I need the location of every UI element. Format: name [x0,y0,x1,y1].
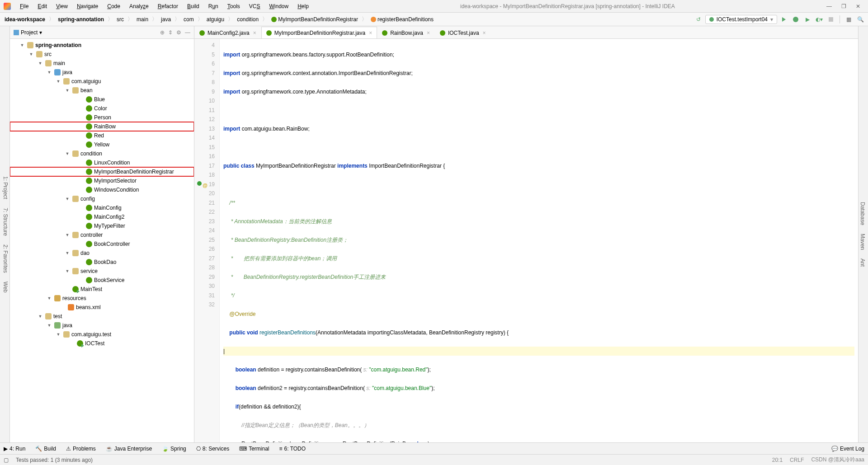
tree-condition[interactable]: condition [10,149,194,158]
stop-button[interactable] [826,14,836,24]
tree-class-mytypefilter[interactable]: MyTypeFilter [10,221,194,230]
tree-dao[interactable]: dao [10,249,194,258]
tree-class-bookdao[interactable]: BookDao [10,258,194,267]
menu-file[interactable]: File [16,2,32,11]
tree-main[interactable]: main [10,59,194,68]
close-icon[interactable]: × [427,30,430,36]
tool-structure[interactable]: 7: Structure [2,208,9,236]
tab-myimportregistrar[interactable]: MyImportBeanDefinitionRegistrar.java× [261,27,377,38]
crumb-atguigu[interactable]: atguigu [205,15,226,23]
run-config-selector[interactable]: IOCTest.testImport04 ▾ [705,15,777,24]
tree-pkg[interactable]: com.atguigu [10,77,194,86]
search-button[interactable]: 🔍 [855,14,865,24]
crumb-com[interactable]: com [182,15,196,23]
menu-build[interactable]: Build [184,2,203,11]
tree-bean[interactable]: bean [10,86,194,95]
tool-web[interactable]: Web [2,282,9,292]
tool-favorites[interactable]: 2: Favorites [2,244,9,273]
tree-class-color[interactable]: Color [10,104,194,113]
settings-button[interactable]: ⚙ [176,29,181,36]
tree-src[interactable]: src [10,50,194,59]
menu-tools[interactable]: Tools [224,2,244,11]
override-gutter-icon[interactable] [197,181,202,186]
close-icon[interactable]: × [369,30,372,36]
tab-ioctest[interactable]: IOCTest.java× [435,27,491,38]
tree-root[interactable]: spring-annotation [10,41,194,50]
toolwin-terminal[interactable]: ⌨ Terminal [239,446,269,452]
crumb-class[interactable]: MyImportBeanDefinitionRegistrar [269,15,360,23]
menu-view[interactable]: View [52,2,71,11]
coverage-button[interactable]: ▶ [802,14,812,24]
tree-class-bookservice[interactable]: BookService [10,276,194,285]
menu-vcs[interactable]: VCS [245,2,264,11]
code-editor[interactable]: 4567 891011 12131415 161718 @19 20212223… [194,39,858,442]
crumb-main[interactable]: main [135,15,150,23]
tree-java[interactable]: java [10,68,194,77]
expand-all-button[interactable]: ⇕ [168,29,173,36]
tree-class-mainconfig[interactable]: MainConfig [10,203,194,212]
tree-controller[interactable]: controller [10,230,194,240]
tool-database[interactable]: Database [859,202,866,225]
project-view-selector[interactable]: Project ▾ [14,29,42,36]
crumb-src[interactable]: src [115,15,126,23]
tree-class-bookcontroller[interactable]: BookController [10,240,194,249]
crumb-workspace[interactable]: idea-workspace [3,15,47,23]
minimize-button[interactable]: — [823,3,835,9]
close-icon[interactable]: × [483,30,486,36]
menu-analyze[interactable]: Analyze [126,2,152,11]
tree-class-windowscondition[interactable]: WindowsCondition [10,185,194,194]
toolwin-javaee[interactable]: ☕ Java Enterprise [106,446,152,452]
crumb-method[interactable]: registerBeanDefinitions [369,15,435,23]
crumb-condition[interactable]: condition [235,15,260,23]
maximize-button[interactable]: ❐ [837,3,850,9]
tree-resources[interactable]: resources [10,294,194,303]
menu-edit[interactable]: Edit [34,2,51,11]
caret-position[interactable]: 20:1 [772,457,783,463]
tree-class-ioctest[interactable]: IOCTest [10,339,194,348]
menu-code[interactable]: Code [104,2,124,11]
tree-class-person[interactable]: Person [10,113,194,122]
tool-ant[interactable]: Ant [859,258,866,267]
close-button[interactable]: ✕ [852,3,864,9]
toolwin-spring[interactable]: 🍃 Spring [162,446,186,452]
crumb-project[interactable]: spring-annotation [56,15,106,23]
tree-class-myimportselector[interactable]: MyImportSelector [10,176,194,185]
menu-run[interactable]: Run [205,2,222,11]
project-tree[interactable]: spring-annotation src main java com.atgu… [10,39,194,442]
tree-beansxml[interactable]: beans.xml [10,303,194,312]
build-button[interactable]: ↺ [693,14,703,24]
tree-class-blue[interactable]: Blue [10,95,194,104]
toolwin-build[interactable]: 🔨 Build [35,446,56,452]
menu-help[interactable]: Help [294,2,312,11]
tree-class-myimportregistrar[interactable]: MyImportBeanDefinitionRegistrar [10,167,194,176]
toolwindow-toggle[interactable]: ▢ [4,457,9,463]
line-gutter[interactable]: 4567 891011 12131415 161718 @19 20212223… [194,39,220,442]
tree-class-yellow[interactable]: Yellow [10,140,194,149]
toolwin-services[interactable]: ⎔ 8: Services [196,446,229,452]
project-structure-button[interactable]: ▦ [844,14,854,24]
select-opened-file-button[interactable]: ⊕ [160,29,165,36]
tree-class-linuxcondition[interactable]: LinuxCondition [10,158,194,167]
tree-class-rainbow[interactable]: RainBow [10,122,194,131]
tree-test-pkg[interactable]: com.atguigu.test [10,330,194,339]
code-content[interactable]: import import org.springframework.beans.… [220,39,858,442]
toolwin-todo[interactable]: ≡ 6: TODO [279,446,306,452]
toolwin-run[interactable]: ▶ 4: Run [4,446,25,452]
tree-test[interactable]: test [10,312,194,321]
close-icon[interactable]: × [253,30,256,36]
tree-class-red[interactable]: Red [10,131,194,140]
line-separator[interactable]: CRLF [790,457,804,463]
menu-window[interactable]: Window [265,2,292,11]
menu-navigate[interactable]: Navigate [73,2,102,11]
tab-mainconfig2[interactable]: MainConfig2.java× [194,27,261,38]
toolwin-problems[interactable]: ⚠ Problems [66,446,96,452]
event-log[interactable]: 💬 Event Log [831,446,864,452]
cursor-line[interactable]: | [223,347,854,356]
debug-button[interactable] [791,14,801,24]
tree-class-mainconfig2[interactable]: MainConfig2 [10,212,194,221]
tree-service[interactable]: service [10,267,194,276]
profile-button[interactable]: ◐▾ [814,14,824,24]
tool-maven[interactable]: Maven [859,234,866,250]
tree-config[interactable]: config [10,194,194,203]
menu-refactor[interactable]: Refactor [154,2,182,11]
